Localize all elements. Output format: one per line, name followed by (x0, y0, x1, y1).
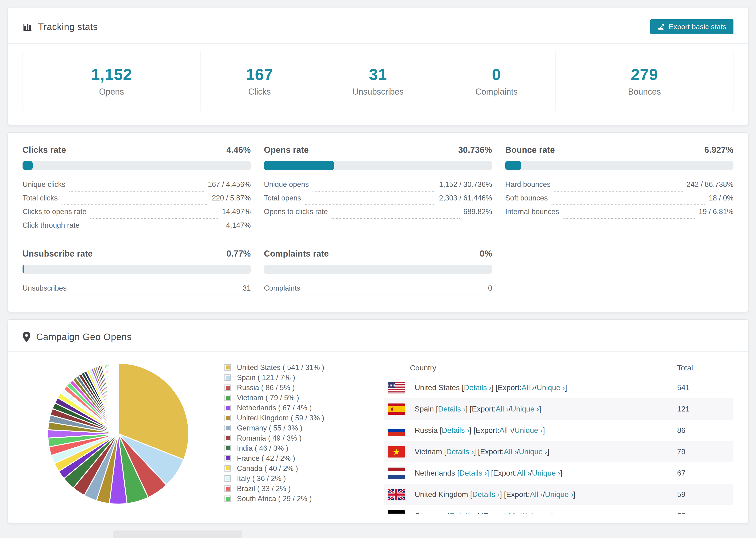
detail-row: Click through rate4.147% (23, 221, 251, 235)
dotted-leader (312, 191, 435, 191)
dotted-leader (83, 232, 222, 232)
details-link[interactable]: Details › (450, 511, 477, 513)
detail-label: Complaints (264, 284, 300, 293)
export-all-link[interactable]: All › (504, 447, 517, 456)
detail-value: 2,303 / 61.446% (439, 194, 492, 202)
rate-detail-rows: Unique opens1,152 / 30.736%Total opens2,… (264, 180, 492, 221)
country-name: Germany (415, 511, 448, 513)
detail-label: Total clicks (23, 194, 58, 202)
export-all-link[interactable]: All › (521, 383, 534, 392)
detail-row: Opens to clicks rate689.82% (264, 207, 492, 221)
tracking-stats-card: Tracking stats Export basic stats 1,152O… (8, 7, 748, 125)
export-unique-link[interactable]: Unique › (545, 490, 573, 499)
flag-icon-gb (388, 489, 405, 500)
detail-row: Total clicks220 / 5.87% (23, 194, 251, 207)
legend-item: Germany ( 55 / 3% ) (225, 423, 365, 433)
rate-head: Clicks rate4.46% (23, 145, 251, 155)
progress-bar-track (505, 161, 733, 170)
details-link[interactable]: Details › (459, 469, 487, 477)
bracket: ] [Export: (500, 490, 530, 499)
detail-row: Hard bounces242 / 86.738% (505, 180, 733, 194)
export-unique-link[interactable]: Unique › (536, 383, 565, 392)
export-unique-link[interactable]: Unique › (532, 469, 561, 477)
bracket: [ (470, 490, 472, 499)
table-row-de: Germany [Details ›] [Export: All › / Uni… (384, 505, 733, 513)
rate-head: Opens rate30.736% (264, 145, 492, 155)
bracket: [ (440, 426, 442, 435)
country-cell: Spain [Details ›] [Export: All › / Uniqu… (384, 404, 677, 415)
legend-label: South Africa ( 29 / 2% ) (237, 495, 312, 503)
total-cell: 67 (677, 469, 733, 477)
detail-row: Internal bounces19 / 6.81% (505, 207, 733, 221)
export-all-link[interactable]: All › (517, 469, 530, 477)
details-link[interactable]: Details › (446, 447, 474, 456)
details-link[interactable]: Details › (472, 490, 500, 499)
legend-label: Germany ( 55 / 3% ) (237, 424, 302, 432)
country-cell: Germany [Details ›] [Export: All › / Uni… (384, 510, 677, 514)
export-unique-link[interactable]: Unique › (514, 426, 543, 435)
table-row-gb: United Kingdom [Details ›] [Export: All … (384, 484, 733, 505)
rate-value: 6.927% (704, 145, 733, 155)
legend-label: India ( 46 / 3% ) (237, 444, 288, 453)
legend-item: Italy ( 36 / 2% ) (225, 473, 365, 484)
export-all-link[interactable]: All › (530, 490, 543, 499)
total-cell: 121 (677, 405, 733, 413)
stat-value: 1,152 (91, 65, 132, 83)
rate-title: Unsubscribe rate (23, 249, 93, 259)
bracket: ] (539, 405, 541, 413)
export-basic-stats-button[interactable]: Export basic stats (650, 19, 733, 34)
rate-block-opens-rate: Opens rate30.736%Unique opens1,152 / 30.… (264, 145, 492, 235)
dotted-leader (69, 191, 204, 191)
detail-value: 1,152 / 30.736% (439, 180, 492, 189)
rate-title: Clicks rate (23, 145, 66, 155)
bracket: [ (462, 383, 464, 392)
slash: / (517, 447, 519, 456)
summary-stat-box-unsubscribes: 31Unsubscribes (319, 51, 438, 111)
legend-swatch (225, 374, 231, 381)
geo-table-header: Country Total (384, 359, 733, 377)
geo-pie-chart (23, 359, 190, 513)
progress-bar-fill (23, 161, 33, 170)
details-link[interactable]: Details › (442, 426, 469, 435)
dotted-leader (305, 204, 436, 205)
export-unique-link[interactable]: Unique › (522, 511, 551, 513)
horizontal-scrollbar-thumb[interactable] (113, 530, 242, 538)
slash: / (512, 426, 514, 435)
slash: / (520, 511, 522, 513)
country-cell: United States [Details ›] [Export: All ›… (384, 382, 677, 394)
export-unique-link[interactable]: Unique › (511, 405, 539, 413)
geo-body: United States ( 541 / 31% )Spain ( 121 /… (8, 351, 748, 513)
table-row-vn: Vietnam [Details ›] [Export: All › / Uni… (384, 441, 733, 462)
export-all-link[interactable]: All › (499, 426, 512, 435)
export-all-link[interactable]: All › (496, 405, 509, 413)
detail-label: Unsubscribes (23, 284, 67, 293)
slash: / (530, 469, 532, 477)
rate-head: Unsubscribe rate0.77% (23, 249, 251, 259)
legend-swatch (225, 415, 231, 421)
details-link[interactable]: Details › (438, 405, 465, 413)
legend-label: Spain ( 121 / 7% ) (237, 373, 295, 382)
legend-swatch (225, 425, 231, 431)
rate-block-bounce-rate: Bounce rate6.927%Hard bounces242 / 86.73… (505, 145, 733, 235)
geo-title: Campaign Geo Opens (36, 332, 132, 342)
stat-label: Clicks (248, 87, 271, 97)
legend-swatch (225, 455, 231, 461)
details-link[interactable]: Details › (464, 383, 491, 392)
export-all-link[interactable]: All › (507, 511, 520, 513)
stat-value: 167 (246, 65, 273, 83)
bracket: ] (551, 511, 553, 513)
bracket: [ (457, 469, 459, 477)
detail-row: Clicks to opens rate14.497% (23, 207, 251, 221)
legend-swatch (225, 475, 231, 482)
page-title: Tracking stats (38, 22, 98, 32)
rate-detail-rows: Hard bounces242 / 86.738%Soft bounces18 … (505, 180, 733, 221)
bracket: [ (436, 405, 438, 413)
export-unique-link[interactable]: Unique › (519, 447, 547, 456)
detail-value: 167 / 4.456% (208, 180, 251, 189)
country-name: Vietnam (415, 447, 444, 456)
detail-label: Soft bounces (505, 194, 548, 202)
legend-label: Canada ( 40 / 2% ) (237, 464, 298, 473)
legend-item: United Kingdom ( 59 / 3% ) (225, 413, 365, 423)
table-row-ru: Russia [Details ›] [Export: All › / Uniq… (384, 420, 733, 441)
geo-header: Campaign Geo Opens (8, 320, 748, 351)
